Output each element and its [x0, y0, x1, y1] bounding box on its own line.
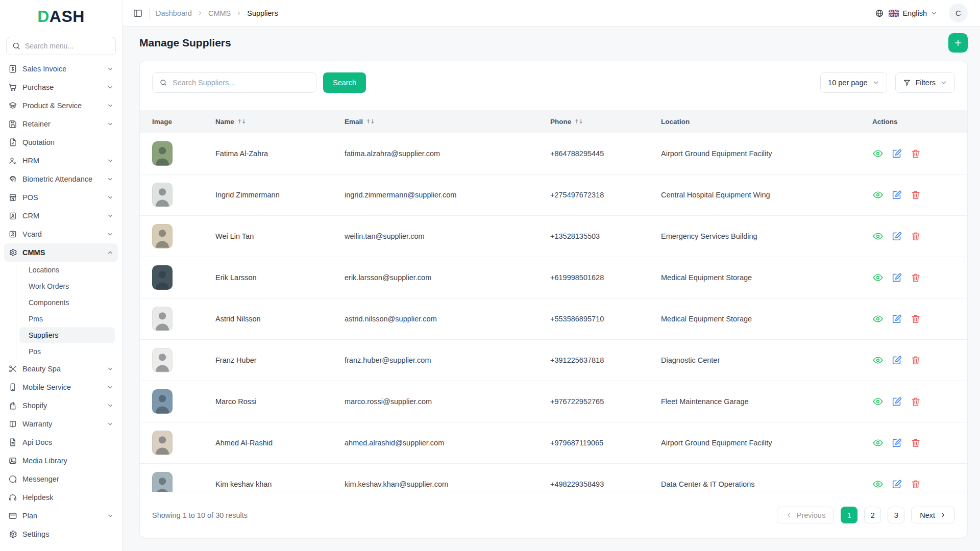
menu-search-input[interactable] [25, 42, 117, 50]
page-1-button[interactable]: 1 [841, 507, 857, 523]
edit-icon[interactable] [891, 479, 902, 490]
view-icon[interactable] [872, 189, 884, 201]
sidebar-nav: Sales InvoicePurchaseProduct & ServiceRe… [0, 60, 122, 543]
sidebar-subitem-pos[interactable]: Pos [19, 343, 115, 360]
suppliers-search-input[interactable] [173, 79, 310, 87]
supplier-email: weilin.tan@supplier.com [345, 232, 550, 240]
previous-page-button[interactable]: Previous [777, 507, 834, 523]
pos-icon [8, 193, 17, 202]
edit-icon[interactable] [891, 231, 902, 242]
view-icon[interactable] [872, 437, 884, 448]
sidebar-item-retainer[interactable]: Retainer [4, 115, 118, 133]
sidebar-item-label: Warranty [22, 420, 102, 428]
sidebar-item-sales-invoice[interactable]: Sales Invoice [4, 60, 118, 78]
sidebar-item-product-service[interactable]: Product & Service [4, 96, 118, 115]
column-header-phone[interactable]: Phone↑↓ [550, 118, 661, 126]
sidebar-item-label: Settings [22, 530, 114, 538]
sort-icon[interactable]: ↑↓ [237, 118, 246, 125]
view-icon[interactable] [872, 272, 884, 283]
sidebar-subitem-work-orders[interactable]: Work Orders [19, 278, 115, 294]
supplier-location: Emergency Services Building [661, 232, 872, 240]
column-header-email[interactable]: Email↑↓ [345, 118, 550, 126]
chevron-down-icon [930, 10, 938, 17]
sidebar-item-purchase[interactable]: Purchase [4, 78, 118, 96]
column-header-name[interactable]: Name↑↓ [215, 118, 345, 126]
suppliers-search [152, 72, 316, 93]
sidebar-item-beauty-spa[interactable]: Beauty Spa [4, 360, 118, 378]
delete-icon[interactable] [910, 313, 921, 324]
sidebar-item-cmms[interactable]: CMMS [4, 243, 118, 262]
sidebar-item-crm[interactable]: CRM [4, 207, 118, 225]
page-2-button[interactable]: 2 [864, 507, 881, 523]
breadcrumb-dashboard[interactable]: Dashboard [156, 9, 192, 17]
chevron-down-icon [107, 84, 114, 91]
per-page-select[interactable]: 10 per page [820, 72, 887, 93]
delete-icon[interactable] [910, 479, 921, 490]
sidebar-toggle-button[interactable] [133, 8, 143, 18]
view-icon[interactable] [872, 231, 884, 242]
view-icon[interactable] [872, 313, 884, 324]
view-icon[interactable] [872, 396, 884, 407]
settings-icon [8, 530, 17, 539]
search-button[interactable]: Search [323, 72, 366, 93]
sidebar-item-helpdesk[interactable]: Helpdesk [4, 488, 118, 507]
view-icon[interactable] [872, 148, 884, 159]
language-selector[interactable]: English [889, 9, 938, 17]
sort-icon[interactable]: ↑↓ [574, 118, 582, 125]
row-actions [872, 355, 955, 366]
edit-icon[interactable] [891, 396, 902, 407]
page-3-button[interactable]: 3 [888, 507, 904, 523]
topbar: Dashboard CMMS Suppliers English C [122, 0, 980, 27]
delete-icon[interactable] [910, 396, 921, 407]
next-page-button[interactable]: Next [911, 507, 955, 523]
edit-icon[interactable] [891, 272, 902, 283]
supplier-location: Data Center & IT Operations [661, 480, 872, 488]
topbar-right: English C [875, 4, 968, 22]
sidebar-item-settings[interactable]: Settings [4, 525, 118, 543]
sidebar-item-warranty[interactable]: Warranty [4, 415, 118, 433]
add-supplier-button[interactable] [948, 33, 968, 53]
edit-icon[interactable] [891, 355, 902, 366]
sidebar-item-media-library[interactable]: Media Library [4, 452, 118, 470]
view-icon[interactable] [872, 479, 884, 490]
edit-icon[interactable] [891, 148, 902, 159]
purchase-icon [8, 83, 17, 92]
delete-icon[interactable] [910, 272, 921, 283]
delete-icon[interactable] [910, 355, 921, 366]
sidebar-subitem-suppliers[interactable]: Suppliers [19, 327, 115, 343]
breadcrumb-cmms[interactable]: CMMS [208, 9, 231, 17]
sidebar-subitem-pms[interactable]: Pms [19, 311, 115, 327]
user-avatar[interactable]: C [949, 4, 968, 22]
sidebar-item-vcard[interactable]: Vcard [4, 225, 118, 243]
sidebar-subitem-locations[interactable]: Locations [19, 262, 115, 278]
supplier-photo [152, 348, 173, 372]
sidebar-item-hrm[interactable]: HRM [4, 152, 118, 170]
edit-icon[interactable] [891, 189, 902, 201]
sidebar-item-plan[interactable]: Plan [4, 507, 118, 525]
title-row: Manage Suppliers [139, 34, 968, 52]
sidebar-item-quotation[interactable]: Quotation [4, 133, 118, 152]
sidebar-item-biometric-attendance[interactable]: Biometric Attendance [4, 170, 118, 188]
delete-icon[interactable] [910, 231, 921, 242]
sidebar-item-api-docs[interactable]: Api Docs [4, 433, 118, 452]
product-service-icon [8, 101, 17, 110]
row-actions [872, 479, 955, 490]
sidebar-subitem-components[interactable]: Components [19, 294, 115, 311]
sidebar-item-pos[interactable]: POS [4, 188, 118, 207]
filters-button[interactable]: Filters [895, 72, 955, 93]
supplier-row: Erik Larssonerik.larsson@supplier.com+61… [140, 257, 967, 298]
supplier-photo [152, 265, 173, 290]
supplier-row: Ahmed Al-Rashidahmed.alrashid@supplier.c… [140, 422, 967, 464]
sidebar-item-messenger[interactable]: Messenger [4, 470, 118, 488]
edit-icon[interactable] [891, 437, 902, 448]
delete-icon[interactable] [910, 437, 921, 448]
sidebar-item-mobile-service[interactable]: Mobile Service [4, 378, 118, 396]
edit-icon[interactable] [891, 313, 902, 324]
app-logo[interactable]: DASH [0, 0, 122, 30]
delete-icon[interactable] [910, 189, 921, 201]
sort-icon[interactable]: ↑↓ [366, 118, 374, 125]
toolbar-right: 10 per page Filters [820, 72, 955, 93]
delete-icon[interactable] [910, 148, 921, 159]
view-icon[interactable] [872, 355, 884, 366]
sidebar-item-shopify[interactable]: Shopify [4, 396, 118, 415]
